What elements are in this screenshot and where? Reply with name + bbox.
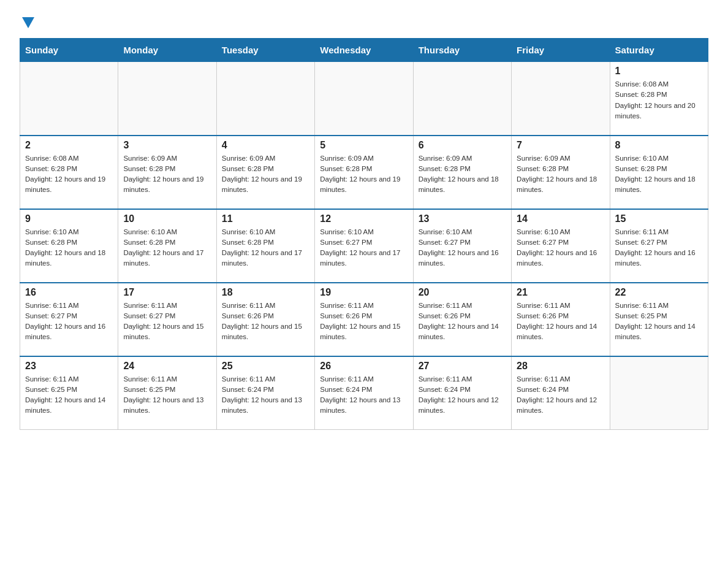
day-number: 6 <box>419 140 506 151</box>
day-number: 5 <box>320 140 408 151</box>
calendar-cell <box>610 356 708 430</box>
day-number: 22 <box>615 287 703 298</box>
calendar-cell: 20Sunrise: 6:11 AMSunset: 6:26 PMDayligh… <box>413 283 511 356</box>
day-number: 3 <box>123 140 211 151</box>
day-number: 12 <box>320 213 408 224</box>
day-number: 19 <box>320 287 408 298</box>
day-info: Sunrise: 6:11 AMSunset: 6:27 PMDaylight:… <box>123 301 211 343</box>
day-info: Sunrise: 6:09 AMSunset: 6:28 PMDaylight:… <box>222 153 309 196</box>
day-info: Sunrise: 6:11 AMSunset: 6:27 PMDaylight:… <box>25 301 113 343</box>
logo-triangle-icon <box>22 17 34 28</box>
day-info: Sunrise: 6:11 AMSunset: 6:27 PMDaylight:… <box>615 227 703 269</box>
day-info: Sunrise: 6:11 AMSunset: 6:25 PMDaylight:… <box>25 374 113 416</box>
calendar-cell: 27Sunrise: 6:11 AMSunset: 6:24 PMDayligh… <box>413 356 511 430</box>
calendar-cell <box>512 62 610 136</box>
day-number: 20 <box>419 287 506 298</box>
day-info: Sunrise: 6:11 AMSunset: 6:26 PMDaylight:… <box>222 301 309 343</box>
calendar-cell: 15Sunrise: 6:11 AMSunset: 6:27 PMDayligh… <box>610 209 708 283</box>
day-number: 9 <box>25 213 113 224</box>
calendar-cell: 3Sunrise: 6:09 AMSunset: 6:28 PMDaylight… <box>118 136 216 209</box>
day-number: 18 <box>222 287 309 298</box>
calendar-header-wednesday: Wednesday <box>315 39 413 62</box>
day-info: Sunrise: 6:10 AMSunset: 6:28 PMDaylight:… <box>222 227 309 269</box>
calendar-table: SundayMondayTuesdayWednesdayThursdayFrid… <box>20 38 708 430</box>
day-info: Sunrise: 6:11 AMSunset: 6:24 PMDaylight:… <box>419 374 506 416</box>
calendar-header-friday: Friday <box>512 39 610 62</box>
day-info: Sunrise: 6:11 AMSunset: 6:24 PMDaylight:… <box>517 374 604 416</box>
week-row-4: 16Sunrise: 6:11 AMSunset: 6:27 PMDayligh… <box>20 283 708 356</box>
day-info: Sunrise: 6:10 AMSunset: 6:27 PMDaylight:… <box>517 227 604 269</box>
calendar-cell <box>315 62 413 136</box>
calendar-cell: 17Sunrise: 6:11 AMSunset: 6:27 PMDayligh… <box>118 283 216 356</box>
day-info: Sunrise: 6:10 AMSunset: 6:27 PMDaylight:… <box>320 227 408 269</box>
day-number: 16 <box>25 287 113 298</box>
calendar-cell: 23Sunrise: 6:11 AMSunset: 6:25 PMDayligh… <box>20 356 118 430</box>
calendar-cell <box>216 62 314 136</box>
day-number: 10 <box>123 213 211 224</box>
calendar-cell <box>20 62 118 136</box>
calendar-cell <box>118 62 216 136</box>
calendar-cell: 13Sunrise: 6:10 AMSunset: 6:27 PMDayligh… <box>413 209 511 283</box>
calendar-cell: 21Sunrise: 6:11 AMSunset: 6:26 PMDayligh… <box>512 283 610 356</box>
day-info: Sunrise: 6:09 AMSunset: 6:28 PMDaylight:… <box>123 153 211 196</box>
day-info: Sunrise: 6:10 AMSunset: 6:28 PMDaylight:… <box>25 227 113 269</box>
calendar-header-tuesday: Tuesday <box>216 39 314 62</box>
calendar-cell: 8Sunrise: 6:10 AMSunset: 6:28 PMDaylight… <box>610 136 708 209</box>
day-info: Sunrise: 6:11 AMSunset: 6:24 PMDaylight:… <box>222 374 309 416</box>
calendar-cell: 28Sunrise: 6:11 AMSunset: 6:24 PMDayligh… <box>512 356 610 430</box>
calendar-cell: 11Sunrise: 6:10 AMSunset: 6:28 PMDayligh… <box>216 209 314 283</box>
calendar-cell: 26Sunrise: 6:11 AMSunset: 6:24 PMDayligh… <box>315 356 413 430</box>
day-info: Sunrise: 6:11 AMSunset: 6:26 PMDaylight:… <box>419 301 506 343</box>
day-info: Sunrise: 6:11 AMSunset: 6:26 PMDaylight:… <box>320 301 408 343</box>
calendar-cell: 7Sunrise: 6:09 AMSunset: 6:28 PMDaylight… <box>512 136 610 209</box>
calendar-cell: 1Sunrise: 6:08 AMSunset: 6:28 PMDaylight… <box>610 62 708 136</box>
day-number: 17 <box>123 287 211 298</box>
day-info: Sunrise: 6:10 AMSunset: 6:28 PMDaylight:… <box>123 227 211 269</box>
day-number: 11 <box>222 213 309 224</box>
day-info: Sunrise: 6:09 AMSunset: 6:28 PMDaylight:… <box>320 153 408 196</box>
calendar-cell: 12Sunrise: 6:10 AMSunset: 6:27 PMDayligh… <box>315 209 413 283</box>
day-info: Sunrise: 6:09 AMSunset: 6:28 PMDaylight:… <box>517 153 604 196</box>
day-number: 27 <box>419 361 506 372</box>
day-info: Sunrise: 6:08 AMSunset: 6:28 PMDaylight:… <box>25 153 113 196</box>
calendar-header-sunday: Sunday <box>20 39 118 62</box>
day-number: 13 <box>419 213 506 224</box>
page-header <box>20 15 708 28</box>
calendar-cell: 4Sunrise: 6:09 AMSunset: 6:28 PMDaylight… <box>216 136 314 209</box>
week-row-2: 2Sunrise: 6:08 AMSunset: 6:28 PMDaylight… <box>20 136 708 209</box>
day-number: 7 <box>517 140 604 151</box>
day-number: 8 <box>615 140 703 151</box>
week-row-3: 9Sunrise: 6:10 AMSunset: 6:28 PMDaylight… <box>20 209 708 283</box>
calendar-cell: 16Sunrise: 6:11 AMSunset: 6:27 PMDayligh… <box>20 283 118 356</box>
calendar-cell <box>413 62 511 136</box>
calendar-header-saturday: Saturday <box>610 39 708 62</box>
day-number: 4 <box>222 140 309 151</box>
week-row-1: 1Sunrise: 6:08 AMSunset: 6:28 PMDaylight… <box>20 62 708 136</box>
calendar-cell: 9Sunrise: 6:10 AMSunset: 6:28 PMDaylight… <box>20 209 118 283</box>
day-info: Sunrise: 6:11 AMSunset: 6:25 PMDaylight:… <box>615 301 703 343</box>
calendar-cell: 5Sunrise: 6:09 AMSunset: 6:28 PMDaylight… <box>315 136 413 209</box>
calendar-cell: 24Sunrise: 6:11 AMSunset: 6:25 PMDayligh… <box>118 356 216 430</box>
day-info: Sunrise: 6:10 AMSunset: 6:27 PMDaylight:… <box>419 227 506 269</box>
day-number: 25 <box>222 361 309 372</box>
calendar-header-thursday: Thursday <box>413 39 511 62</box>
day-info: Sunrise: 6:11 AMSunset: 6:26 PMDaylight:… <box>517 301 604 343</box>
week-row-5: 23Sunrise: 6:11 AMSunset: 6:25 PMDayligh… <box>20 356 708 430</box>
calendar-cell: 10Sunrise: 6:10 AMSunset: 6:28 PMDayligh… <box>118 209 216 283</box>
day-number: 2 <box>25 140 113 151</box>
day-number: 15 <box>615 213 703 224</box>
calendar-cell: 14Sunrise: 6:10 AMSunset: 6:27 PMDayligh… <box>512 209 610 283</box>
day-info: Sunrise: 6:11 AMSunset: 6:25 PMDaylight:… <box>123 374 211 416</box>
logo <box>20 15 37 28</box>
calendar-cell: 18Sunrise: 6:11 AMSunset: 6:26 PMDayligh… <box>216 283 314 356</box>
day-number: 21 <box>517 287 604 298</box>
calendar-cell: 6Sunrise: 6:09 AMSunset: 6:28 PMDaylight… <box>413 136 511 209</box>
day-info: Sunrise: 6:09 AMSunset: 6:28 PMDaylight:… <box>419 153 506 196</box>
calendar-header-row: SundayMondayTuesdayWednesdayThursdayFrid… <box>20 39 708 62</box>
day-number: 1 <box>615 66 703 77</box>
day-info: Sunrise: 6:10 AMSunset: 6:28 PMDaylight:… <box>615 153 703 196</box>
day-info: Sunrise: 6:11 AMSunset: 6:24 PMDaylight:… <box>320 374 408 416</box>
calendar-cell: 19Sunrise: 6:11 AMSunset: 6:26 PMDayligh… <box>315 283 413 356</box>
day-number: 14 <box>517 213 604 224</box>
day-number: 28 <box>517 361 604 372</box>
